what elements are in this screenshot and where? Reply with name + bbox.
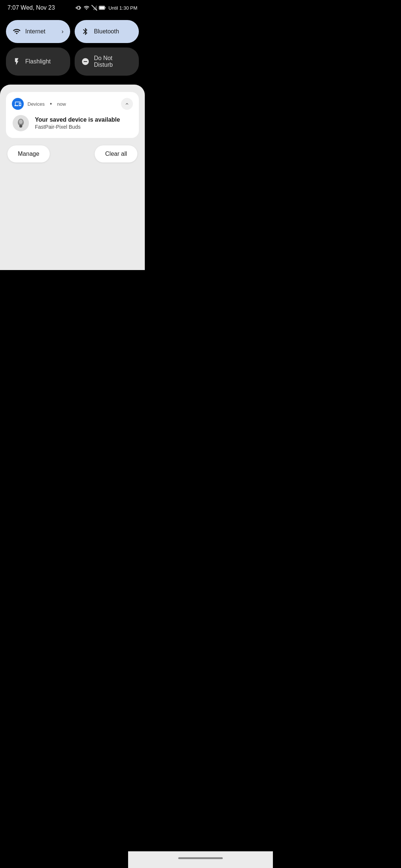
notification-time: now [57,101,66,107]
flashlight-tile-icon [13,57,21,66]
status-bar: 7:07 Wed, Nov 23 [0,0,145,14]
tile-flashlight[interactable]: Flashlight [6,47,70,76]
notification-collapse-button[interactable] [121,98,133,110]
tile-bluetooth[interactable]: Bluetooth [75,20,139,43]
notification-header: Devices • now [12,98,133,110]
notification-app-name: Devices [27,101,45,107]
svg-point-5 [19,125,22,128]
tile-do-not-disturb[interactable]: Do Not Disturb [75,47,139,76]
vibrate-icon [76,5,82,11]
notification-dot: • [50,101,52,107]
notification-area: Devices • now Your save [0,85,145,270]
battery-icon [99,5,106,11]
notification-content: Your saved device is available FastPair-… [12,114,133,132]
wifi-icon [83,5,90,11]
tile-dnd-label: Do Not Disturb [94,55,132,68]
notification-card[interactable]: Devices • now Your save [6,92,139,138]
status-time: 7:07 Wed, Nov 23 [7,4,55,11]
tile-internet-label: Internet [25,28,45,35]
wifi-tile-icon [13,27,21,36]
battery-label: Until 1:30 PM [108,5,137,11]
chevron-right-icon: › [62,28,63,35]
quick-tiles: Internet › Bluetooth Flashlight Do Not D… [0,14,145,85]
notification-title: Your saved device is available [35,116,120,123]
status-icons: Until 1:30 PM [76,5,137,11]
tile-flashlight-label: Flashlight [25,58,50,65]
manage-button[interactable]: Manage [7,145,50,162]
action-buttons: Manage Clear all [6,142,139,165]
notification-header-left: Devices • now [12,98,66,110]
clear-all-button[interactable]: Clear all [95,145,137,162]
svg-rect-1 [100,7,104,9]
bluetooth-tile-icon [81,27,89,36]
svg-point-4 [19,119,23,124]
tile-bluetooth-label: Bluetooth [94,28,119,35]
dnd-tile-icon [81,57,89,66]
pixel-buds-icon [12,114,30,132]
tile-internet[interactable]: Internet › [6,20,70,43]
notification-subtitle: FastPair-Pixel Buds [35,124,120,130]
notification-text: Your saved device is available FastPair-… [35,116,120,130]
signal-icon [91,5,97,11]
devices-app-icon [12,98,24,110]
